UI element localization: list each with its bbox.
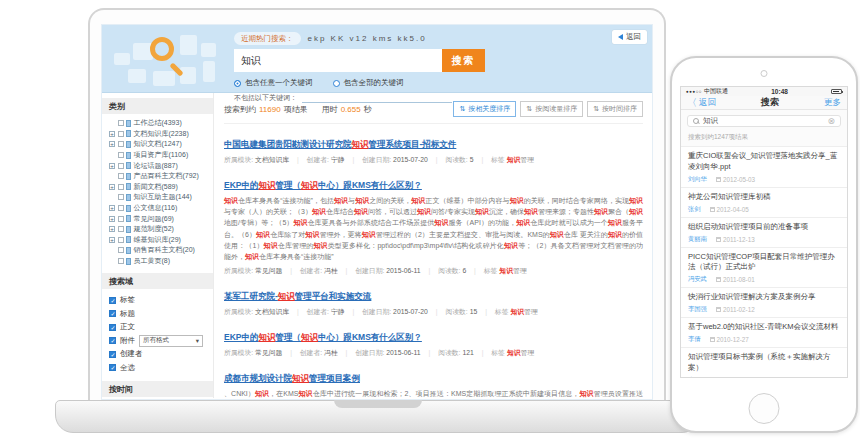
category-checkbox[interactable] — [118, 141, 124, 147]
domain-checkbox[interactable] — [109, 337, 116, 344]
keyword-mode-radio[interactable]: 包含全部的关键词 — [333, 78, 404, 88]
exclude-input[interactable] — [302, 95, 452, 103]
expand-icon[interactable]: + — [109, 226, 115, 232]
category-label: 产品百科主文档(792) — [134, 171, 199, 181]
meta-tag-value[interactable]: 知识管理 — [510, 308, 537, 315]
back-button[interactable]: 返回 — [612, 30, 647, 44]
expand-icon[interactable]: + — [109, 237, 115, 243]
domain-checkbox[interactable] — [109, 310, 116, 317]
meta-separator: | — [297, 308, 299, 315]
phone-result-author[interactable]: 刘向华 — [688, 175, 707, 184]
keyword-mode-radio[interactable]: 包含任意一个关键词 — [234, 78, 313, 88]
phone-result-author[interactable]: 黄丽南 — [688, 235, 707, 244]
meta-creator-value[interactable]: 冯桂 — [324, 267, 338, 274]
meta-module-value[interactable]: 文档知识库 — [255, 156, 289, 163]
phone-result-item[interactable]: 重庆CIO联盟会议_知识管理落地实践分享_蓝凌刘向华.ppt 刘向华 2012-… — [681, 147, 847, 188]
meta-tag-value[interactable]: 知识管理 — [507, 156, 534, 163]
category-tree-item[interactable]: + 员工黄页(8) — [109, 256, 211, 267]
meta-module-value[interactable]: 文档知识库 — [255, 308, 289, 315]
phone-result-author[interactable]: 李倩 — [688, 335, 701, 344]
phone-result-item[interactable]: PICC知识管理COP项目配套日常维护管理办法（试行）正式出炉 冯安武 2011… — [681, 248, 847, 289]
expand-icon[interactable]: + — [109, 131, 115, 137]
meta-module-label: 所属模块: — [224, 308, 253, 315]
category-checkbox[interactable] — [118, 194, 124, 200]
hot-search-terms[interactable]: ekp KK v12 kms kk5.0 — [308, 34, 427, 43]
expand-icon[interactable]: + — [109, 205, 115, 211]
phone-result-item[interactable]: 知识管理项目标书案例（系统＋实施解决方案） 李倩 2010-09-25 — [681, 348, 847, 378]
expand-icon[interactable]: + — [109, 184, 115, 190]
phone-result-author[interactable]: 李国强 — [688, 305, 707, 314]
meta-module-value[interactable]: 常见问题 — [255, 267, 282, 274]
sort-button[interactable]: ⇅ 按相关度排序 — [453, 101, 516, 117]
search-input[interactable] — [234, 49, 442, 72]
result-title-link[interactable]: 成都市规划设计院知识管理项目案例 — [224, 373, 360, 385]
result-title-link[interactable]: 某军工研究院-知识管理平台和实施交流 — [224, 291, 371, 303]
search-domain-item[interactable]: 正文 — [109, 320, 211, 334]
search-domain-item[interactable]: 创建者 — [109, 347, 211, 361]
phone-result-item[interactable]: 神龙公司知识管理库初稿 张剑 2012-04-05 — [681, 188, 847, 218]
category-tree-item[interactable]: + 维基知识库(29) — [109, 235, 211, 246]
result-title-link[interactable]: 中国电建集团贵阳勘测设计研究院知识管理系统项目-招标文件 — [224, 139, 456, 151]
phone-result-author[interactable]: 冯安武 — [688, 275, 707, 284]
search-domain-item[interactable]: 全选 — [109, 361, 211, 375]
result-title-link[interactable]: EKP中的知识管理（知识中心）跟KMS有什么区别？ — [224, 332, 422, 344]
phone-result-item[interactable]: 快消行业知识管理解决方案及案例分享 李国强 2011-02-12 — [681, 288, 847, 318]
category-checkbox[interactable] — [118, 152, 124, 158]
meta-creator-value[interactable]: 冯桂 — [324, 349, 338, 356]
category-tree-item[interactable]: + 知识互助主题(144) — [109, 192, 211, 203]
category-tree-item[interactable]: + 常见问题(69) — [109, 213, 211, 224]
category-checkbox[interactable] — [118, 216, 124, 222]
phone-more-button[interactable]: 更多 — [824, 97, 841, 109]
meta-creator-label: 创建者: — [300, 267, 322, 274]
category-tree-item[interactable]: + 公文信息(116) — [109, 203, 211, 214]
domain-checkbox[interactable] — [109, 351, 116, 358]
category-checkbox[interactable] — [118, 237, 124, 243]
expand-icon[interactable]: + — [109, 216, 115, 222]
result-title-link[interactable]: EKP中的知识管理（知识中心）跟KMS有什么区别？ — [224, 180, 422, 192]
category-checkbox[interactable] — [118, 205, 124, 211]
phone-result-author[interactable]: 李倩 — [688, 376, 701, 379]
domain-checkbox[interactable] — [109, 297, 116, 304]
expand-icon[interactable]: + — [109, 163, 115, 169]
sort-button[interactable]: ⇅ 按时间排序 — [587, 101, 643, 117]
phone-search-field[interactable]: 知识 ⊗ — [687, 115, 841, 127]
meta-tag-value[interactable]: 知识管理 — [499, 267, 526, 274]
domain-checkbox[interactable] — [109, 324, 116, 331]
category-tree-item[interactable]: + 文档知识库(2238) — [109, 129, 211, 140]
category-checkbox[interactable] — [118, 247, 124, 253]
meta-module-value[interactable]: 常见问题 — [255, 349, 282, 356]
search-domain-item[interactable]: 附件 所有格式 ▾ — [109, 334, 211, 348]
phone-result-author[interactable]: 张剑 — [688, 205, 701, 214]
search-domain-item[interactable]: 标签 — [109, 293, 211, 307]
category-tree-item[interactable]: + 项目资产库(1106) — [109, 150, 211, 161]
phone-result-item[interactable]: 基于web2.0的知识社区-青啤KM会议交流材料 李倩 2010-12-27 — [681, 318, 847, 348]
category-checkbox[interactable] — [118, 120, 124, 126]
domain-checkbox[interactable] — [109, 364, 116, 371]
category-checkbox[interactable] — [118, 163, 124, 169]
expand-icon[interactable]: + — [109, 141, 115, 147]
category-tree-item[interactable]: + 规范制度(52) — [109, 224, 211, 235]
category-checkbox[interactable] — [118, 258, 124, 264]
category-tree-item[interactable]: + 销售百科主文档(20) — [109, 245, 211, 256]
sort-button[interactable]: ⇅ 按阅读量排序 — [520, 101, 583, 117]
meta-creator-value[interactable]: 宁静 — [331, 156, 345, 163]
phone-back-button[interactable]: 〈 返回 — [687, 97, 716, 109]
category-tree-item[interactable]: + 新闻文档(589) — [109, 182, 211, 193]
category-tree-item[interactable]: + 论坛话题(887) — [109, 160, 211, 171]
category-checkbox[interactable] — [118, 173, 124, 179]
search-domain-item[interactable]: 标题 — [109, 307, 211, 321]
category-tree-item[interactable]: + 知识文档(1247) — [109, 139, 211, 150]
phone-result-item[interactable]: 组织启动知识管理项目前的准备事项 黄丽南 2011-12-13 — [681, 218, 847, 248]
meta-creator-value[interactable]: 宁静 — [331, 308, 345, 315]
phone-result-date: 2011-12-13 — [716, 236, 755, 243]
clear-icon[interactable]: ⊗ — [827, 117, 835, 126]
search-button[interactable]: 搜索 — [442, 49, 485, 72]
category-checkbox[interactable] — [118, 184, 124, 190]
category-tree-item[interactable]: + 工作总结(4393) — [109, 118, 211, 129]
phone-home-button[interactable] — [749, 393, 780, 424]
format-select[interactable]: 所有格式 ▾ — [139, 335, 203, 347]
meta-tag-value[interactable]: 知识管理 — [507, 349, 534, 356]
category-checkbox[interactable] — [118, 131, 124, 137]
category-tree-item[interactable]: + 产品百科主文档(792) — [109, 171, 211, 182]
category-checkbox[interactable] — [118, 226, 124, 232]
